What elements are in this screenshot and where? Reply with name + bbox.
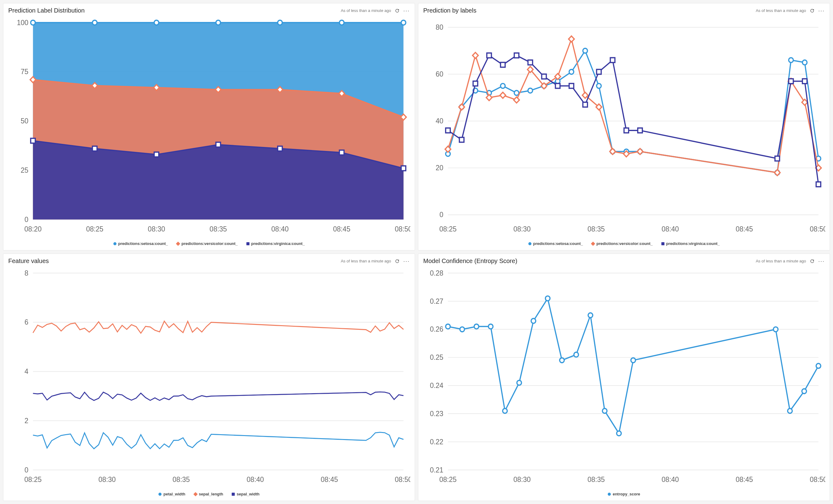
- svg-rect-78: [514, 97, 520, 103]
- more-icon[interactable]: ···: [403, 8, 410, 14]
- svg-text:08:40: 08:40: [271, 225, 288, 233]
- svg-text:0: 0: [25, 466, 28, 474]
- svg-text:08:45: 08:45: [333, 225, 350, 233]
- svg-rect-19: [154, 152, 159, 157]
- svg-rect-103: [597, 70, 601, 74]
- svg-rect-76: [486, 95, 492, 101]
- svg-point-164: [788, 408, 792, 413]
- panel-header: Model Confidence (Entropy Score) As of l…: [418, 254, 830, 267]
- svg-point-151: [474, 324, 479, 329]
- svg-text:08:30: 08:30: [513, 476, 530, 484]
- svg-point-152: [489, 324, 493, 329]
- panel-controls: As of less than a minute ago ···: [756, 8, 825, 14]
- svg-point-154: [517, 380, 522, 385]
- chart-area: 025507510008:2008:2508:3008:3508:4008:45…: [3, 17, 415, 239]
- svg-point-162: [631, 358, 636, 363]
- refresh-icon[interactable]: [810, 259, 815, 263]
- panel-title: Feature values: [8, 257, 49, 264]
- svg-point-165: [802, 389, 806, 394]
- svg-point-158: [574, 352, 579, 357]
- svg-point-70: [789, 57, 793, 62]
- status-text: As of less than a minute ago: [756, 8, 806, 13]
- legend-item: sepal_width: [232, 492, 259, 496]
- svg-text:25: 25: [21, 166, 28, 174]
- svg-text:08:45: 08:45: [736, 225, 753, 233]
- chart-legend: entropy_score: [418, 489, 830, 501]
- svg-text:08:25: 08:25: [86, 225, 103, 233]
- more-icon[interactable]: ···: [818, 8, 825, 14]
- panel-header: Feature values As of less than a minute …: [3, 254, 415, 267]
- svg-text:6: 6: [25, 318, 28, 326]
- svg-rect-96: [500, 62, 505, 67]
- panel-controls: As of less than a minute ago ···: [756, 258, 825, 264]
- legend-item: sepal_length: [194, 492, 223, 496]
- svg-text:0.23: 0.23: [430, 409, 444, 418]
- svg-text:08:40: 08:40: [662, 225, 679, 233]
- svg-text:08:40: 08:40: [662, 476, 679, 484]
- svg-text:08:35: 08:35: [210, 225, 227, 233]
- panel-title: Prediction Label Distribution: [8, 7, 85, 14]
- chart-area: 0246808:2508:3008:3508:4008:4508:50: [3, 267, 415, 489]
- svg-text:08:25: 08:25: [439, 225, 456, 233]
- svg-point-34: [216, 20, 221, 25]
- panel-title: Prediction by labels: [423, 7, 476, 14]
- legend-item: predictions:setosa:count_: [528, 241, 583, 246]
- more-icon[interactable]: ···: [403, 258, 410, 264]
- svg-text:100: 100: [17, 19, 28, 27]
- svg-rect-22: [339, 150, 344, 155]
- svg-text:4: 4: [25, 368, 28, 376]
- svg-point-64: [583, 48, 588, 53]
- svg-text:0: 0: [25, 215, 28, 224]
- status-text: As of less than a minute ago: [341, 259, 391, 263]
- refresh-icon[interactable]: [395, 8, 400, 13]
- svg-text:20: 20: [436, 164, 444, 172]
- refresh-icon[interactable]: [810, 8, 815, 13]
- svg-rect-23: [401, 166, 406, 171]
- svg-text:0.27: 0.27: [430, 297, 444, 305]
- more-icon[interactable]: ···: [818, 258, 825, 264]
- refresh-icon[interactable]: [395, 259, 400, 263]
- panel-title: Model Confidence (Entropy Score): [423, 257, 517, 264]
- svg-text:8: 8: [25, 270, 28, 277]
- svg-rect-105: [624, 128, 628, 133]
- svg-rect-110: [816, 182, 821, 187]
- svg-text:75: 75: [21, 68, 28, 76]
- svg-rect-75: [473, 52, 478, 58]
- svg-text:80: 80: [436, 23, 444, 31]
- svg-text:08:35: 08:35: [588, 225, 605, 233]
- svg-text:0: 0: [439, 211, 444, 219]
- svg-text:08:30: 08:30: [513, 225, 530, 233]
- legend-item: predictions:virginica:count_: [661, 241, 720, 246]
- svg-point-65: [597, 83, 601, 89]
- svg-point-155: [531, 319, 536, 323]
- panel-header: Prediction Label Distribution As of less…: [3, 3, 415, 17]
- svg-point-159: [588, 313, 593, 318]
- svg-point-71: [802, 60, 807, 65]
- panel-controls: As of less than a minute ago ···: [341, 8, 410, 14]
- svg-text:60: 60: [436, 70, 444, 78]
- svg-point-60: [528, 88, 533, 93]
- svg-text:08:50: 08:50: [810, 225, 825, 233]
- svg-rect-20: [216, 142, 221, 147]
- svg-point-149: [446, 324, 450, 329]
- panel-prediction-label-distribution: Prediction Label Distribution As of less…: [3, 3, 415, 250]
- status-text: As of less than a minute ago: [756, 259, 806, 263]
- svg-point-63: [569, 70, 574, 74]
- status-text: As of less than a minute ago: [341, 8, 391, 13]
- svg-text:08:35: 08:35: [172, 476, 190, 484]
- svg-rect-106: [638, 128, 642, 133]
- svg-point-33: [154, 20, 159, 25]
- svg-rect-107: [775, 156, 780, 161]
- legend-item: predictions:versicolor:count_: [592, 241, 652, 246]
- svg-text:08:40: 08:40: [247, 476, 264, 484]
- svg-point-37: [401, 20, 406, 25]
- svg-point-150: [460, 327, 465, 332]
- chart-legend: predictions:setosa:count_ predictions:ve…: [418, 239, 830, 250]
- svg-rect-104: [610, 57, 615, 62]
- panel-model-confidence: Model Confidence (Entropy Score) As of l…: [418, 254, 830, 501]
- svg-text:2: 2: [25, 417, 28, 425]
- svg-rect-92: [446, 128, 450, 133]
- svg-text:08:45: 08:45: [736, 476, 753, 484]
- svg-rect-21: [278, 146, 282, 151]
- dashboard-grid: Prediction Label Distribution As of less…: [3, 3, 830, 501]
